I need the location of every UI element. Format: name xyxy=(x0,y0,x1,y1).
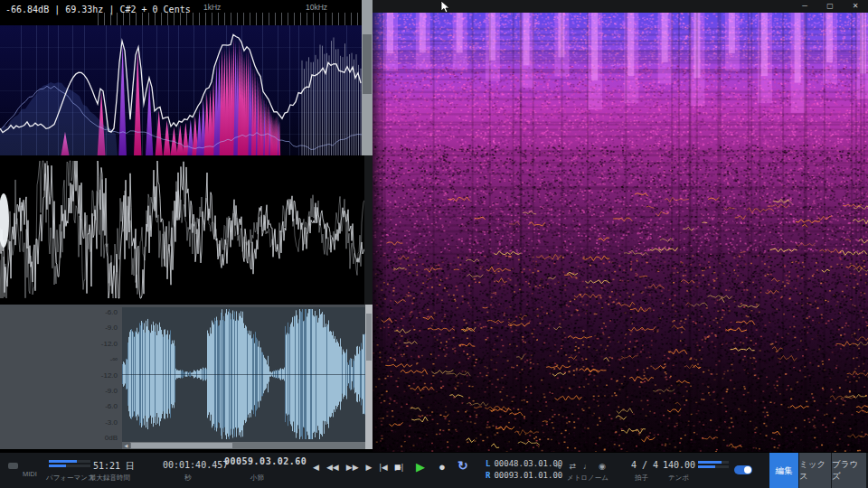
position-display-label: 小節 xyxy=(250,474,264,483)
oscilloscope-canvas xyxy=(0,155,364,305)
max-record-time-value: 51:21 日 xyxy=(93,460,135,473)
close-button[interactable]: ✕ xyxy=(843,0,868,13)
tab-mix[interactable]: ミックス xyxy=(799,453,831,488)
toggle-knob xyxy=(744,466,751,474)
loop-locators[interactable]: L00048.03.01.00 R00093.01.01.00 xyxy=(486,458,562,482)
midi-activity-icon xyxy=(8,463,18,469)
db-label: -12.0 xyxy=(76,340,118,348)
freq-label-1khz: 1kHz xyxy=(203,3,221,12)
editor-vscroll-thumb[interactable] xyxy=(366,314,372,361)
spectrum-canvas xyxy=(0,25,362,155)
sync-icon[interactable]: ⇄ xyxy=(570,462,577,471)
transport-option-icons: ∿ ⇄ ♩ ◉ xyxy=(555,462,606,471)
db-label: -6.0 xyxy=(76,308,118,316)
oscilloscope-filler xyxy=(364,155,373,305)
time-display[interactable]: 00:01:40.457 xyxy=(163,460,228,470)
analyzer-scrollbar-thumb[interactable] xyxy=(363,34,372,94)
audio-waveform-canvas[interactable] xyxy=(122,307,365,442)
rewind-button[interactable]: ◀◀ xyxy=(326,463,339,472)
editor-vertical-scrollbar[interactable] xyxy=(365,305,373,449)
maximize-button[interactable]: ▢ xyxy=(817,0,843,13)
db-label: -9.0 xyxy=(76,387,118,395)
minimize-button[interactable]: ─ xyxy=(792,0,817,13)
transport-bar: MIDI パフォーマンス 51:21 日 最大録音時間 00:01:40.457… xyxy=(0,452,868,488)
editor-hscroll-thumb[interactable] xyxy=(131,443,232,448)
play-button[interactable]: ▶ xyxy=(416,460,425,474)
performance-meter-1 xyxy=(49,460,90,463)
to-start-button[interactable]: |◀ xyxy=(380,463,388,472)
output-meter-1 xyxy=(698,461,729,464)
monitor-toggle[interactable] xyxy=(734,465,752,474)
marker-prev-button[interactable]: ◀ xyxy=(313,463,319,472)
performance-meter-2 xyxy=(49,465,90,467)
loop-button[interactable]: ↻ xyxy=(458,458,468,473)
freq-label-10khz: 10kHz xyxy=(306,3,327,12)
tab-browse[interactable]: ブラウズ xyxy=(832,453,866,488)
db-label: -9.0 xyxy=(76,324,118,332)
spectrogram-canvas xyxy=(373,13,868,452)
sample-editor-panel: -6.0 -9.0 -12.0 -∞ -12.0 -9.0 -6.0 -3.0 … xyxy=(0,305,373,449)
tab-edit[interactable]: 編集 xyxy=(769,453,798,488)
wave-icon[interactable]: ∿ xyxy=(555,462,562,471)
scroll-left-arrow-icon[interactable]: ◀ xyxy=(122,442,130,449)
time-signature-label: 拍子 xyxy=(635,474,648,483)
time-signature-value[interactable]: 4 / 4 xyxy=(631,460,658,470)
db-label: -∞ xyxy=(76,355,118,363)
stop-button[interactable]: ■ xyxy=(394,461,401,474)
forward-button[interactable]: ▶▶ xyxy=(346,463,359,472)
db-label: -12.0 xyxy=(76,371,118,380)
midi-label: MIDI xyxy=(23,470,37,478)
db-label: 0dB xyxy=(76,434,118,442)
spectrum-analyzer-header: -66.84dB | 69.33hz | C#2 + 0 Cents 1kHz … xyxy=(0,0,362,25)
position-display[interactable]: 00059.03.02.60 xyxy=(224,456,307,466)
record-button[interactable]: ● xyxy=(439,460,446,474)
db-label: -6.0 xyxy=(76,402,118,410)
db-scale-ruler: -6.0 -9.0 -12.0 -∞ -12.0 -9.0 -6.0 -3.0 … xyxy=(76,308,118,442)
output-meter-2 xyxy=(698,465,729,468)
frequency-ruler-ticks xyxy=(98,13,360,25)
metronome-label: メトロノーム xyxy=(567,474,609,483)
view-tabs: 編集 ミックス ブラウズ xyxy=(769,453,866,488)
max-record-time-label: 最大録音時間 xyxy=(90,474,130,483)
record-mode-icon[interactable]: ◉ xyxy=(599,462,606,471)
loop-end-label: R xyxy=(486,471,490,480)
metronome-icon[interactable]: ♩ xyxy=(583,462,591,471)
mouse-cursor xyxy=(440,1,451,14)
transport-buttons: ◀ ◀◀ ▶▶ ▶ |◀ ▶| xyxy=(313,463,403,472)
editor-horizontal-scrollbar[interactable]: ◀ xyxy=(122,442,365,449)
tempo-label: テンポ xyxy=(668,474,689,483)
loop-start-value[interactable]: 00048.03.01.00 xyxy=(494,459,562,468)
loop-end-value[interactable]: 00093.01.01.00 xyxy=(494,471,562,480)
time-display-label: 秒 xyxy=(184,474,192,483)
marker-next-button[interactable]: ▶ xyxy=(366,463,373,472)
loop-start-label: L xyxy=(486,459,490,468)
tempo-value[interactable]: 140.00 xyxy=(663,460,695,470)
performance-label: パフォーマンス xyxy=(46,474,95,483)
db-label: -3.0 xyxy=(76,418,118,427)
analyzer-scrollbar[interactable] xyxy=(362,0,373,155)
daw-screen: -66.84dB | 69.33hz | C#2 + 0 Cents 1kHz … xyxy=(0,0,868,488)
